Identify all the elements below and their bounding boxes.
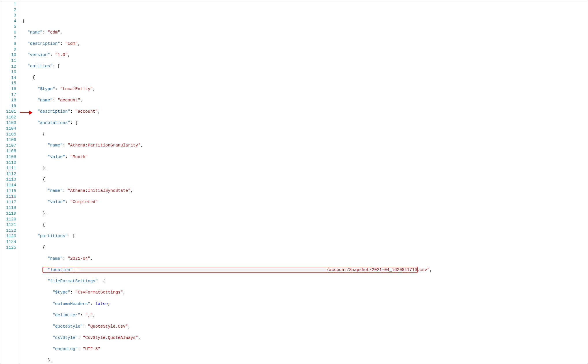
line-number: 1113 — [3, 177, 16, 183]
code-line: "entities": [ — [20, 64, 585, 69]
code-line: "delimiter": ",", — [20, 313, 585, 318]
code-line: "$type": "LocalEntity", — [20, 86, 585, 92]
line-number: 1106 — [3, 137, 16, 143]
line-number-gutter: 1 2 3 4 5 6 7 8 9 10 11 12 13 14 15 16 1… — [0, 0, 20, 364]
line-number: 16 — [3, 86, 16, 92]
line-number: 11 — [3, 58, 16, 64]
ffs-csvstyle-key: csvStyle — [55, 335, 75, 340]
line-number: 5 — [3, 24, 16, 30]
code-line: { — [20, 177, 585, 183]
line-number: 1103 — [3, 120, 16, 126]
entity-type-key: $type — [40, 87, 53, 91]
line-number: 1114 — [3, 183, 16, 188]
code-line: "value": "Completed" — [20, 199, 585, 205]
partitions-key: partitions — [40, 234, 65, 238]
line-number: 1116 — [3, 194, 16, 200]
code-line: { — [20, 245, 585, 250]
entity-name-value: account — [60, 98, 78, 103]
code-line: "value": "Month" — [20, 154, 585, 160]
entity-description-value: account — [78, 109, 95, 114]
line-number: 1101 — [3, 109, 16, 115]
line-number: 1108 — [3, 148, 16, 154]
ffs-colhdr-key: columnHeaders — [55, 302, 88, 306]
line-number: 1107 — [3, 143, 16, 149]
line-number: 1121 — [3, 222, 16, 228]
code-line: "name": "account", — [20, 98, 585, 103]
code-line: { — [20, 18, 585, 24]
line-number: 1115 — [3, 188, 16, 194]
code-line: "fileFormatSettings": { — [20, 278, 585, 284]
ann1-name-value: Athena:PartitionGranularity — [70, 143, 138, 148]
line-number: 1112 — [3, 171, 16, 177]
code-line: "annotations": [ — [20, 120, 585, 126]
code-line: }, — [20, 166, 585, 171]
partition-name-value: 2021-04 — [70, 256, 88, 261]
code-line: }, — [20, 211, 585, 216]
code-line-location: "location": "xxxxxxxxxxxxxxxxxxxxxxxxxxx… — [20, 267, 585, 273]
code-line: "name": "2021-04", — [20, 256, 585, 262]
json-version-value: 1.0 — [58, 53, 65, 57]
line-number: 1109 — [3, 154, 16, 160]
ffs-type-key: $type — [55, 290, 68, 295]
ffs-colhdr-value: false — [95, 302, 108, 306]
line-number: 18 — [3, 98, 16, 103]
line-number: 4 — [3, 18, 16, 24]
line-number: 14 — [3, 75, 16, 81]
ann1-value-value: Month — [73, 155, 85, 159]
ffs-quote-value: QuoteStyle.Csv — [90, 324, 126, 329]
code-line: { — [20, 75, 585, 81]
line-number: 12 — [3, 64, 16, 70]
ffs-key: fileFormatSettings — [50, 279, 95, 283]
line-number: 15 — [3, 81, 16, 86]
code-line: "quoteStyle": "QuoteStyle.Csv", — [20, 324, 585, 330]
line-number: 1122 — [3, 228, 16, 234]
line-number: 1105 — [3, 132, 16, 138]
code-line: "description": "account", — [20, 109, 585, 115]
code-line: "encoding": "UTF-8" — [20, 346, 585, 352]
line-number: 13 — [3, 69, 16, 75]
code-line: "partitions": [ — [20, 233, 585, 239]
line-number: 3 — [3, 13, 16, 18]
line-number: 1118 — [3, 205, 16, 211]
line-number: 1124 — [3, 239, 16, 245]
line-number: 19 — [3, 103, 16, 109]
code-line: "columnHeaders": false, — [20, 301, 585, 307]
line-number: 17 — [3, 92, 16, 98]
ffs-delim-key: delimiter — [55, 313, 78, 317]
line-number: 7 — [3, 36, 16, 41]
ffs-type-value: CsvFormatSettings — [78, 290, 120, 295]
code-line: "description": "cdm", — [20, 41, 585, 47]
code-line: "csvStyle": "CsvStyle.QuoteAlways", — [20, 335, 585, 341]
ann2-value-value: Completed — [73, 200, 95, 204]
annotations-key: annotations — [40, 120, 68, 125]
code-line: "name": "Athena:InitialSyncState", — [20, 188, 585, 194]
line-number: 1110 — [3, 160, 16, 166]
json-name-value: cdm — [50, 30, 57, 35]
line-number: 10 — [3, 52, 16, 58]
code-line: "name": "Athena:PartitionGranularity", — [20, 143, 585, 148]
ffs-enc-key: encoding — [55, 347, 75, 351]
line-number: 1125 — [3, 245, 16, 251]
ffs-delim-value: , — [88, 313, 90, 317]
line-number: 1120 — [3, 217, 16, 222]
ann1-value-key: value — [50, 155, 63, 159]
code-line: "version": "1.0", — [20, 52, 585, 58]
ann1-name-key: name — [50, 143, 60, 148]
code-line: "$type": "CsvFormatSettings", — [20, 290, 585, 296]
code-line: "name": "cdm", — [20, 30, 585, 36]
line-number: 6 — [3, 30, 16, 36]
code-line: { — [20, 131, 585, 137]
line-number: 1102 — [3, 115, 16, 120]
ffs-csvstyle-value: CsvStyle.QuoteAlways — [85, 335, 135, 340]
line-number: 1111 — [3, 166, 16, 171]
ann2-name-key: name — [50, 188, 60, 193]
line-number: 1 — [3, 1, 16, 7]
json-description-value: cdm — [68, 41, 75, 46]
annotation-highlight-box — [42, 267, 418, 273]
code-line: { — [20, 222, 585, 228]
code-area[interactable]: { "name": "cdm", "description": "cdm", "… — [20, 0, 588, 364]
ann2-name-value: Athena:InitialSyncState — [70, 188, 128, 193]
line-number: 1117 — [3, 200, 16, 205]
line-number: 8 — [3, 41, 16, 47]
entity-type-value: LocalEntity — [63, 87, 90, 91]
